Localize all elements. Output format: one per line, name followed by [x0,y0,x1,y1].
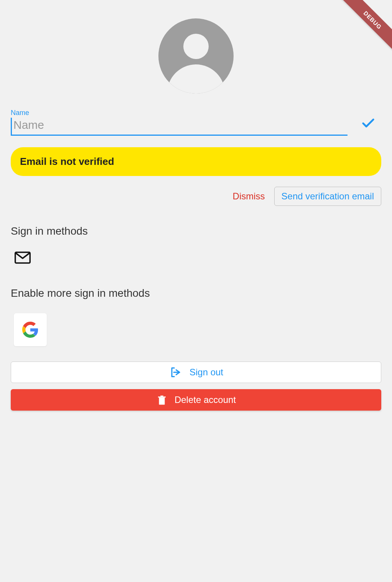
signout-label: Sign out [189,367,223,378]
warning-actions: Dismiss Send verification email [11,187,381,206]
send-verification-button[interactable]: Send verification email [274,187,381,206]
name-input[interactable] [11,118,348,136]
avatar-placeholder[interactable] [158,18,234,94]
name-field: Name [11,109,348,136]
check-icon [361,115,376,130]
name-label: Name [11,109,348,117]
dismiss-button[interactable]: Dismiss [230,187,268,206]
name-row: Name [11,109,381,136]
google-signin-button[interactable] [14,313,47,346]
trash-icon [156,394,168,406]
delete-account-button[interactable]: Delete account [11,389,381,411]
avatar-wrap [11,18,381,94]
profile-container: Name Email is not verified Dismiss Send … [0,0,392,427]
email-icon [15,251,31,266]
google-icon [22,322,38,338]
enable-more-heading: Enable more sign in methods [11,287,381,299]
delete-label: Delete account [175,395,236,405]
signout-button[interactable]: Sign out [11,362,381,383]
signin-methods-heading: Sign in methods [11,225,381,237]
signin-methods-row [11,251,381,266]
signout-icon [169,367,183,378]
email-warning-banner: Email is not verified [11,147,381,176]
confirm-name-button[interactable] [359,113,377,132]
